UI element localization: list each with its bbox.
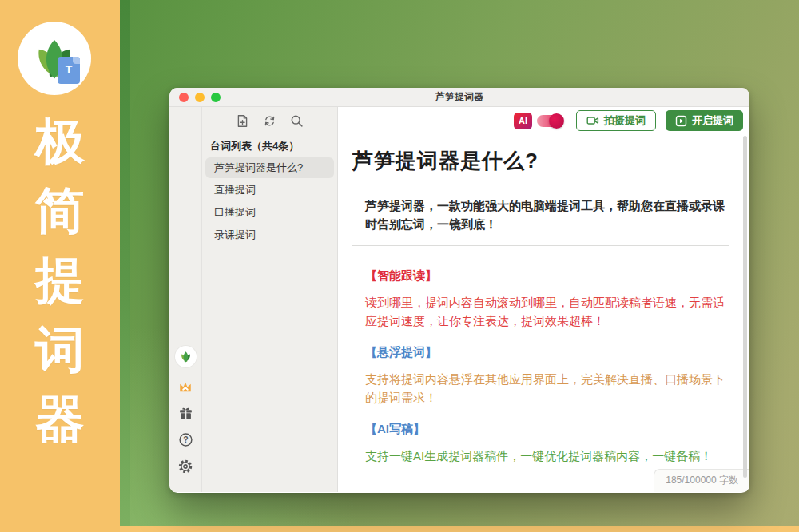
script-list-panel: 台词列表（共4条） 芦笋提词器是什么?直播提词口播提词录课提词	[202, 107, 338, 492]
script-list: 芦笋提词器是什么?直播提词口播提词录课提词	[202, 157, 337, 245]
script-list-item[interactable]: 录课提词	[205, 224, 334, 245]
svg-text:?: ?	[183, 435, 188, 444]
app-window: 芦笋提词器	[169, 88, 749, 493]
word-count-badge: 185/100000 字数	[654, 469, 749, 492]
document-heading: 芦笋提词器是什么?	[352, 147, 729, 175]
icon-rail: ?	[169, 107, 202, 492]
background-green-stripe	[120, 0, 130, 532]
rewards-button[interactable]	[178, 406, 193, 421]
vertical-scrollbar[interactable]	[743, 136, 747, 478]
feature-section: 【智能跟读】 读到哪里，提词内容自动滚动到哪里，自动匹配读稿者语速，无需适应提词…	[365, 268, 726, 330]
camera-icon	[586, 114, 599, 127]
window-titlebar[interactable]: 芦笋提词器	[169, 88, 749, 107]
vip-crown-icon	[177, 379, 194, 395]
ai-mode-toggle[interactable]: AI	[514, 113, 562, 129]
ai-switch[interactable]	[537, 115, 562, 127]
feature-section: 【悬浮提词】 支持将提词内容悬浮在其他应用界面上，完美解决直播、口播场景下的提词…	[365, 345, 726, 407]
feature-section-body: 支持一键AI生成提词器稿件，一键优化提词器稿内容，一键备稿！	[365, 447, 726, 465]
leaf-icon	[179, 350, 193, 363]
start-prompt-label: 开启提词	[692, 113, 733, 128]
script-list-item[interactable]: 芦笋提词器是什么?	[205, 157, 334, 178]
brand-logo: T	[18, 22, 91, 95]
new-script-icon	[236, 114, 249, 128]
start-prompt-button[interactable]: 开启提词	[666, 110, 743, 131]
document-intro: 芦笋提词器，一款功能强大的电脑端提词工具，帮助您在直播或录课时告别忘词，一镜到底…	[365, 197, 726, 233]
feature-section-title: 【AI写稿】	[365, 422, 726, 437]
banner-title-char: 极	[35, 117, 85, 166]
refresh-button[interactable]	[263, 114, 276, 128]
capture-prompt-button[interactable]: 拍摄提词	[576, 110, 656, 131]
brand-doc-icon: T	[58, 57, 80, 84]
feature-section-title: 【智能跟读】	[365, 268, 726, 284]
feature-section: 【AI写稿】 支持一键AI生成提词器稿件，一键优化提词器稿内容，一键备稿！	[365, 422, 726, 465]
script-list-item[interactable]: 口播提词	[205, 202, 334, 223]
feature-section-body: 支持将提词内容悬浮在其他应用界面上，完美解决直播、口播场景下的提词需求！	[365, 370, 726, 407]
settings-gear-icon	[177, 459, 193, 474]
feature-section-title: 【悬浮提词】	[365, 345, 726, 360]
panel-toolbar	[202, 107, 337, 132]
help-icon: ?	[178, 432, 193, 447]
banner-title-char: 简	[35, 186, 85, 236]
script-list-item[interactable]: 直播提词	[205, 180, 334, 200]
desktop-background: T 极简提词器 芦笋提词器	[0, 0, 799, 532]
ai-switch-knob	[549, 113, 564, 129]
search-button[interactable]	[290, 114, 304, 128]
background-bottom-band	[0, 526, 799, 532]
editor-content: AI 拍摄提词	[338, 107, 749, 492]
feature-section-body: 读到哪里，提词内容自动滚动到哪里，自动匹配读稿者语速，无需适应提词速度，让你专注…	[365, 293, 726, 330]
capture-prompt-label: 拍摄提词	[604, 113, 646, 128]
gift-icon	[178, 406, 193, 421]
banner-title-char: 提	[35, 256, 85, 305]
search-icon	[290, 114, 304, 128]
ai-badge: AI	[514, 113, 532, 129]
divider	[352, 245, 729, 246]
banner-vertical-title: 极简提词器	[0, 117, 120, 444]
script-list-header: 台词列表（共4条）	[210, 139, 337, 153]
brand-banner: T 极简提词器	[0, 0, 120, 532]
refresh-icon	[263, 114, 276, 128]
app-home-button[interactable]	[175, 346, 197, 367]
script-document: 芦笋提词器是什么? 芦笋提词器，一款功能强大的电脑端提词工具，帮助您在直播或录课…	[338, 147, 749, 465]
feature-sections: 【智能跟读】 读到哪里，提词内容自动滚动到哪里，自动匹配读稿者语速，无需适应提词…	[365, 268, 726, 465]
brand-doc-letter: T	[58, 63, 80, 76]
banner-title-char: 词	[35, 325, 85, 375]
banner-title-char: 器	[35, 395, 85, 444]
window-title: 芦笋提词器	[169, 90, 749, 104]
help-button[interactable]: ?	[178, 432, 193, 447]
settings-button[interactable]	[177, 459, 193, 474]
play-icon	[675, 115, 687, 127]
content-toolbar: AI 拍摄提词	[514, 110, 743, 131]
new-script-button[interactable]	[236, 114, 249, 128]
vip-button[interactable]	[177, 379, 194, 395]
